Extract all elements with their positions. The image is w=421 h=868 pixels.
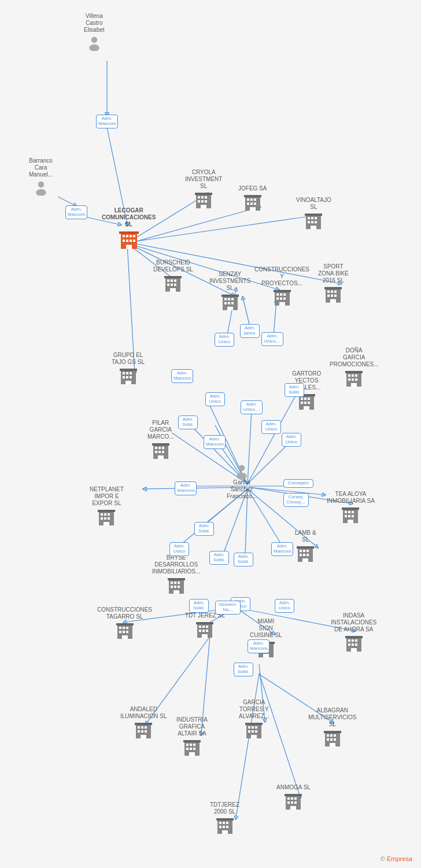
svg-line-6 <box>132 215 317 242</box>
svg-rect-190 <box>178 582 180 584</box>
svg-rect-285 <box>285 794 302 796</box>
badge-adm-solid-2[interactable]: Adm.Solid. <box>178 415 198 429</box>
svg-rect-94 <box>164 276 182 278</box>
badge-adm-unico-5[interactable]: Adm.Unico <box>282 433 301 447</box>
badge-adm-solid-6[interactable]: Adm.Solid. <box>189 599 209 613</box>
node-garcia-sanchez: Garcia Sanchez Francisco... <box>227 463 257 501</box>
svg-rect-78 <box>308 217 310 219</box>
badge-adm-unico-6[interactable]: Adm.Unico <box>169 542 189 556</box>
svg-rect-136 <box>158 451 161 453</box>
svg-rect-210 <box>202 630 205 632</box>
badge-adm-unico-3[interactable]: Adm.Unico <box>205 392 225 406</box>
badge-adm-solid-5[interactable]: Adm.Solid. <box>234 553 253 567</box>
svg-rect-141 <box>301 398 303 400</box>
badge-adm-manco-s1[interactable]: Adm.Janco. <box>240 324 260 338</box>
badge-adm-mancom-7[interactable]: Adm.Mancom. <box>248 639 269 653</box>
badge-adm-mancom-6[interactable]: Adm.Mancom. <box>271 542 293 556</box>
svg-rect-248 <box>189 752 195 756</box>
svg-rect-185 <box>302 558 308 562</box>
svg-rect-174 <box>348 515 350 517</box>
badge-adm-unico-8[interactable]: Adm.Unico <box>275 599 294 613</box>
svg-rect-194 <box>173 590 179 594</box>
svg-rect-275 <box>222 830 228 834</box>
svg-rect-120 <box>330 299 336 303</box>
badge-adm-solid-4[interactable]: Adm.Solid. <box>209 551 229 565</box>
badge-adm-unico-2[interactable]: Adm.Unico,... <box>261 332 283 346</box>
svg-rect-263 <box>327 738 329 741</box>
person-icon-barranco <box>33 179 49 196</box>
badge-adm-unico-c1[interactable]: Adm.Unico,... <box>241 400 263 414</box>
person-icon-garcia-sanchez <box>234 463 250 479</box>
svg-rect-146 <box>308 402 310 404</box>
badge-adm-mancom-4[interactable]: Adm.Mancom. <box>204 435 226 449</box>
svg-rect-73 <box>250 203 253 205</box>
svg-point-159 <box>237 473 247 479</box>
svg-rect-236 <box>138 730 140 733</box>
svg-point-158 <box>239 465 245 472</box>
building-icon-cryola <box>194 191 213 209</box>
svg-rect-193 <box>178 586 180 588</box>
svg-rect-256 <box>255 730 257 733</box>
svg-rect-281 <box>287 801 290 804</box>
svg-rect-282 <box>291 801 293 804</box>
svg-rect-164 <box>101 517 103 520</box>
svg-rect-151 <box>352 374 354 377</box>
svg-rect-227 <box>348 643 350 646</box>
svg-rect-179 <box>300 550 302 552</box>
svg-rect-191 <box>171 586 173 588</box>
svg-rect-255 <box>252 730 254 733</box>
badge-adm-unico-4[interactable]: Adm.Unico <box>261 420 281 434</box>
svg-rect-264 <box>330 738 333 741</box>
svg-rect-254 <box>248 730 250 733</box>
svg-rect-99 <box>224 302 227 304</box>
svg-rect-92 <box>174 284 176 286</box>
badge-adm-solid-7[interactable]: Adm.Solid. <box>234 663 253 676</box>
node-garcia-marco: PILAR GARCIA MARCO... <box>147 420 174 460</box>
svg-rect-181 <box>306 550 309 552</box>
node-burscheid: BURSCHEID DEVELOPS SL <box>153 259 193 293</box>
svg-rect-84 <box>311 226 316 229</box>
node-andaled: ANDALED ILUMINACION SL <box>120 706 167 740</box>
svg-rect-61 <box>201 196 204 198</box>
svg-rect-221 <box>263 654 269 657</box>
svg-rect-237 <box>141 730 143 733</box>
svg-rect-115 <box>331 290 333 293</box>
svg-rect-271 <box>226 822 228 824</box>
svg-rect-171 <box>348 511 350 513</box>
svg-point-44 <box>91 37 98 43</box>
svg-rect-64 <box>201 200 204 203</box>
svg-rect-280 <box>294 797 297 800</box>
svg-rect-161 <box>101 513 103 516</box>
svg-rect-235 <box>145 726 147 729</box>
badge-consejero[interactable]: Consejero <box>283 479 313 488</box>
svg-rect-67 <box>195 193 212 195</box>
svg-rect-66 <box>201 205 206 208</box>
svg-rect-54 <box>126 240 128 242</box>
svg-rect-103 <box>221 295 239 297</box>
node-garcia-torres: GARCIA TORRES Y ALVAREZ... <box>239 699 269 740</box>
svg-rect-183 <box>303 554 305 556</box>
badge-adm-solid-1[interactable]: Adm.Solid. <box>285 383 304 397</box>
node-senzay: SENZAY INVESTMENTS SL <box>209 271 250 311</box>
badge-adm-mancom-1[interactable]: Adm.Mancom. <box>96 115 118 128</box>
badge-adm-unico-1[interactable]: Adm.Unico <box>215 333 234 347</box>
svg-rect-238 <box>145 730 147 733</box>
badge-consej-1[interactable]: Consej.Consej.... <box>283 493 309 507</box>
badge-adm-mancom-3[interactable]: Adm.Mancom. <box>171 369 193 383</box>
svg-rect-111 <box>279 302 285 306</box>
svg-point-46 <box>38 182 44 188</box>
building-icon-anmoga <box>284 792 302 811</box>
svg-rect-211 <box>206 630 208 632</box>
badge-adm-solid-3[interactable]: Adm.Solid. <box>194 522 214 536</box>
svg-rect-125 <box>130 372 132 374</box>
badge-vicesecr[interactable]: Vicesecr.No... <box>215 601 241 615</box>
badge-adm-mancom-5[interactable]: Adm.Mancom. <box>175 481 197 495</box>
building-icon-construcciones-y <box>273 288 291 307</box>
badge-adm-mancom-2[interactable]: Adm.Mancom. <box>65 205 87 219</box>
svg-rect-57 <box>126 245 132 249</box>
building-icon-vinoaltajo <box>304 212 323 230</box>
svg-rect-56 <box>133 240 135 242</box>
svg-rect-177 <box>342 507 359 510</box>
svg-rect-243 <box>190 744 192 746</box>
svg-rect-231 <box>345 636 363 638</box>
